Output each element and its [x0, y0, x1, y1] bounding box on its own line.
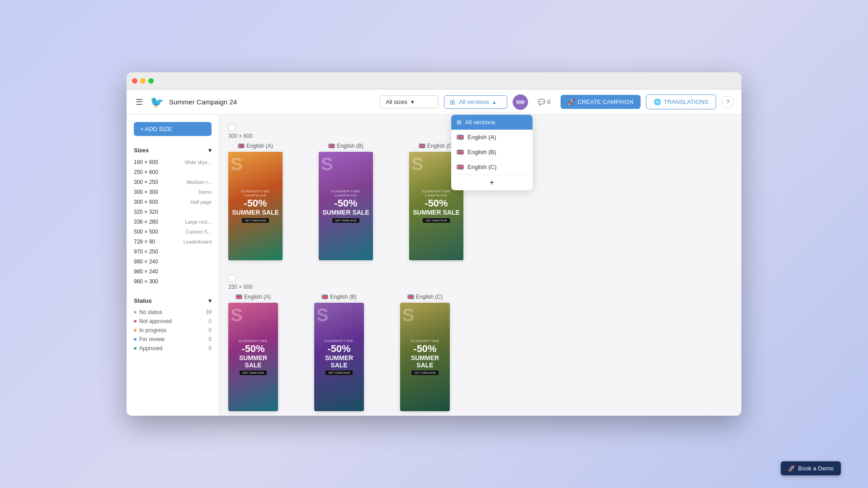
status-no-status[interactable]: No status 39	[134, 308, 212, 317]
chevron-icon: ▾	[208, 297, 212, 304]
versions-panel-item-b[interactable]: 🇬🇧 English (B)	[451, 145, 533, 160]
chevron-up-icon: ▴	[493, 99, 496, 105]
version-label-2c: 🇬🇧 English (C)	[407, 294, 443, 300]
status-dot	[134, 329, 137, 332]
row-checkbox-2[interactable]	[228, 275, 236, 282]
comment-icon: 💬	[538, 99, 545, 105]
create-campaign-button[interactable]: 🚀 CREATE CAMPAIGN	[561, 95, 641, 109]
versions-panel-item-all[interactable]: ⊞ All versions	[451, 115, 533, 130]
avatar[interactable]: NW	[513, 94, 528, 110]
version-label-1b: 🇬🇧 English (B)	[328, 143, 363, 149]
versions-panel-item-a[interactable]: 🇬🇧 English (A)	[451, 130, 533, 145]
list-item[interactable]: 320 × 320	[134, 207, 212, 217]
ad-item-2a: 🇬🇧 English (A) S SUMMERTIME -50% SUMMER …	[228, 294, 278, 411]
versions-dropdown-label: All versions	[459, 99, 489, 105]
list-item[interactable]: 300 × 600 Half page	[134, 197, 212, 207]
status-not-approved[interactable]: Not approved 0	[134, 317, 212, 326]
ad-frame-2a[interactable]: S SUMMERTIME -50% SUMMER SALE GET THEM N…	[228, 303, 278, 411]
maximize-button[interactable]	[148, 78, 154, 84]
versions-dropdown[interactable]: ⊞ All versions ▴	[444, 95, 507, 109]
book-demo-button[interactable]: 🚀 Book a Demo	[781, 461, 841, 475]
traffic-lights	[132, 78, 154, 84]
ad-row-2: 🇬🇧 English (A) S SUMMERTIME -50% SUMMER …	[228, 294, 732, 411]
titlebar	[127, 72, 741, 89]
ad-content-2c: S SUMMERTIME -50% SUMMER SALE GET THEM N…	[400, 303, 450, 411]
add-size-button[interactable]: + ADD SIZE	[134, 122, 212, 136]
status-list: No status 39 Not approved 0 In progress …	[134, 308, 212, 353]
ad-frame-2c[interactable]: S SUMMERTIME -50% SUMMER SALE GET THEM N…	[400, 303, 450, 411]
main-content: + ADD SIZE Sizes ▾ 160 × 600 Wide skys..…	[127, 115, 741, 416]
status-section-title: Status ▾	[134, 297, 212, 304]
version-label-1a: 🇬🇧 English (A)	[238, 143, 273, 149]
status-dot	[134, 347, 137, 350]
minimize-button[interactable]	[140, 78, 146, 84]
add-version-button[interactable]: +	[451, 174, 533, 190]
list-item[interactable]: 970 × 250	[134, 247, 212, 257]
sizes-section-title: Sizes ▾	[134, 147, 212, 154]
versions-panel: ⊞ All versions 🇬🇧 English (A) 🇬🇧 English…	[451, 115, 533, 190]
flag-icon-a: 🇬🇧	[457, 134, 464, 141]
size-dropdown[interactable]: All sizes ▾	[380, 95, 439, 108]
status-approved[interactable]: Approved 0	[134, 344, 212, 353]
rocket-icon: 🚀	[568, 99, 575, 105]
flag-icon-b: 🇬🇧	[457, 149, 464, 155]
size-row-label-2: 250 × 600	[228, 284, 732, 290]
menu-icon[interactable]: ☰	[134, 95, 145, 109]
chevron-icon: ▾	[208, 147, 212, 154]
size-dropdown-label: All sizes	[386, 99, 407, 105]
list-item[interactable]: 336 × 280 Large rect...	[134, 217, 212, 227]
list-item[interactable]: 980 × 240	[134, 267, 212, 277]
app-title: Summer Campaign 24	[169, 98, 237, 106]
grid-icon-small: ⊞	[457, 119, 462, 126]
app-header: ☰ 🐦 Summer Campaign 24 All sizes ▾ ⊞ All…	[127, 89, 741, 115]
ad-frame-1b[interactable]: S SUMMERTIME CAMPAIGN -50% SUMMER SALE G…	[319, 152, 373, 260]
status-dot	[134, 311, 137, 314]
version-label-2a: 🇬🇧 English (A)	[236, 294, 271, 300]
ad-frame-2b[interactable]: S SUMMERTIME -50% SUMMER SALE GET THEM N…	[314, 303, 364, 411]
ad-item-2b: 🇬🇧 English (B) S SUMMERTIME -50% SUMMER …	[314, 294, 364, 411]
row-checkbox-1[interactable]	[228, 124, 236, 131]
status-for-review[interactable]: For review 0	[134, 335, 212, 344]
list-item[interactable]: 980 × 240	[134, 257, 212, 267]
list-item[interactable]: 250 × 600	[134, 167, 212, 177]
ad-content-1b: S SUMMERTIME CAMPAIGN -50% SUMMER SALE G…	[319, 152, 373, 260]
list-item[interactable]: 728 × 90 Leaderboard	[134, 237, 212, 247]
size-list: 160 × 600 Wide skys... 250 × 600 300 × 2…	[134, 157, 212, 286]
translations-button[interactable]: 🌐 TRANSLATIONS	[646, 94, 716, 109]
comment-button[interactable]: 💬 0	[533, 96, 555, 108]
list-item[interactable]: 500 × 500 Custom S...	[134, 227, 212, 237]
app-window: ☰ 🐦 Summer Campaign 24 All sizes ▾ ⊞ All…	[127, 72, 741, 416]
rocket-icon-demo: 🚀	[788, 465, 795, 472]
status-dot	[134, 338, 137, 341]
flag-icon-c: 🇬🇧	[457, 164, 464, 170]
list-item[interactable]: 160 × 600 Wide skys...	[134, 157, 212, 167]
list-item[interactable]: 300 × 250 Medium r...	[134, 177, 212, 187]
version-label-2b: 🇬🇧 English (B)	[321, 294, 357, 300]
app-logo: 🐦	[150, 96, 164, 108]
sidebar: + ADD SIZE Sizes ▾ 160 × 600 Wide skys..…	[127, 115, 219, 416]
list-item[interactable]: 300 × 300 Demo	[134, 187, 212, 197]
grid-icon: ⊞	[450, 99, 455, 106]
help-button[interactable]: ?	[722, 96, 734, 108]
list-item[interactable]: 980 × 300	[134, 277, 212, 286]
ad-frame-1a[interactable]: S SUMMERTIME CAMPAIGN -50% SUMMER SALE G…	[228, 152, 283, 260]
version-label-1c: 🇬🇧 English (C)	[419, 143, 454, 149]
ad-content-2a: S SUMMERTIME -50% SUMMER SALE GET THEM N…	[228, 303, 278, 411]
close-button[interactable]	[132, 78, 137, 84]
ad-item-1b: 🇬🇧 English (B) S SUMMERTIME CAMPAIGN -50…	[319, 143, 373, 260]
versions-panel-item-c[interactable]: 🇬🇧 English (C)	[451, 160, 533, 174]
ad-item-2c: 🇬🇧 English (C) S SUMMERTIME -50% SUMMER …	[400, 294, 450, 411]
ad-content-1a: S SUMMERTIME CAMPAIGN -50% SUMMER SALE G…	[228, 152, 283, 260]
ad-content-2b: S SUMMERTIME -50% SUMMER SALE GET THEM N…	[314, 303, 364, 411]
chevron-down-icon: ▾	[411, 99, 414, 105]
translate-icon: 🌐	[654, 99, 661, 105]
status-in-progress[interactable]: In progress 0	[134, 326, 212, 335]
ad-item-1a: 🇬🇧 English (A) S SUMMERTIME CAMPAIGN -50…	[228, 143, 283, 260]
status-dot	[134, 320, 137, 323]
